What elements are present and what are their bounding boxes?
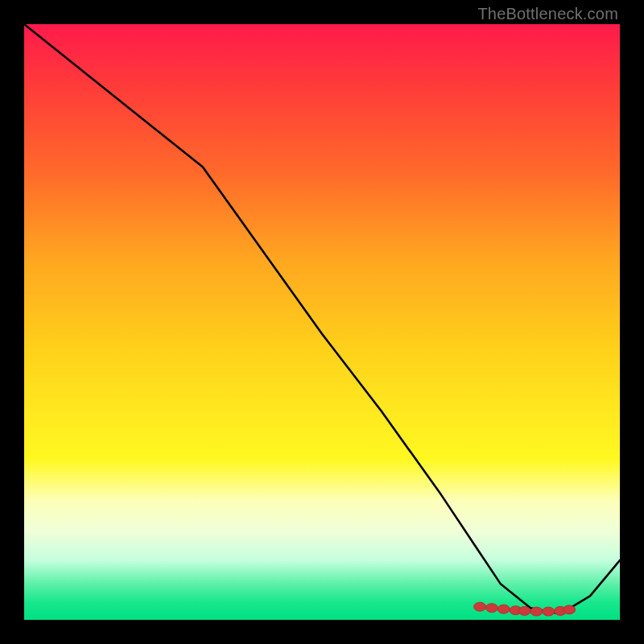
marker-point [564,605,576,614]
marker-point [474,602,486,611]
curve-line [24,24,620,614]
marker-point [543,607,555,616]
marker-point [518,606,530,615]
marker-point [497,605,510,613]
marker-point [485,604,497,613]
chart-svg [24,24,620,620]
attribution-text: TheBottleneck.com [477,5,618,23]
marker-point [530,607,543,616]
chart-frame: TheBottleneck.com [0,0,644,644]
plot-area [24,24,620,620]
